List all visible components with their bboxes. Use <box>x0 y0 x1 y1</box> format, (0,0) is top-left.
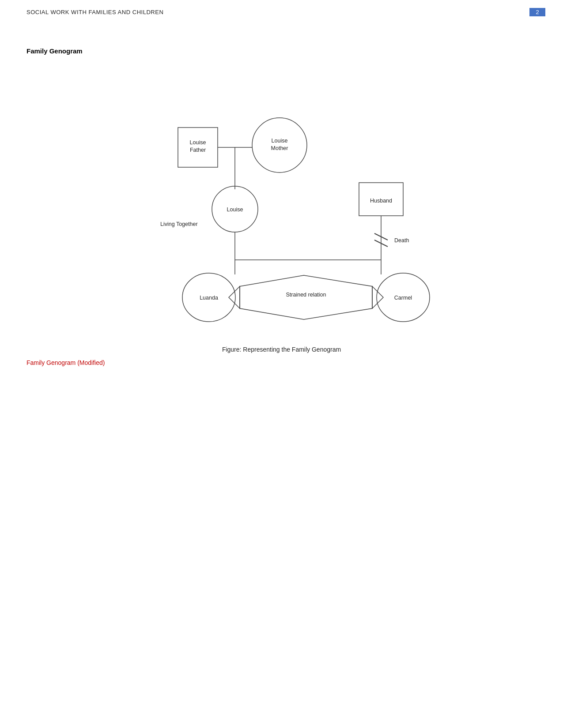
genogram-svg: Louise Father Louise Mother Louise Husba… <box>110 59 454 333</box>
strained-relation-label: Strained relation <box>286 292 326 298</box>
header-title: SOCIAL WORK WITH FAMILIES AND CHILDREN <box>26 9 163 15</box>
louise-mother-label: Louise <box>271 138 287 144</box>
modified-label: Family Genogram (Modified) <box>26 359 537 366</box>
page-header: SOCIAL WORK WITH FAMILIES AND CHILDREN 2 <box>0 0 563 16</box>
genogram-diagram: Louise Father Louise Mother Louise Husba… <box>26 59 537 333</box>
main-content: Family Genogram Louise Father Louise Mot… <box>0 16 563 366</box>
louise-label: Louise <box>227 206 243 213</box>
death-label: Death <box>394 237 409 244</box>
carmel-label: Carmel <box>394 295 412 301</box>
section-title: Family Genogram <box>26 47 537 55</box>
louise-mother-label2: Mother <box>271 145 288 151</box>
figure-caption: Figure: Representing the Family Genogram <box>26 346 537 353</box>
living-together-label: Living Together <box>160 221 198 227</box>
louise-father-label2: Father <box>189 147 205 153</box>
page-number-box: 2 <box>529 8 545 16</box>
husband-label: Husband <box>370 198 392 204</box>
louise-father-label: Louise <box>189 139 206 146</box>
luanda-label: Luanda <box>200 295 218 301</box>
